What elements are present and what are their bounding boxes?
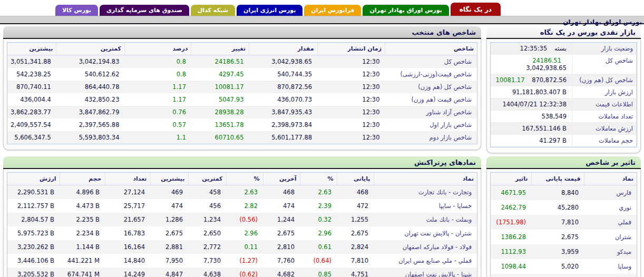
impact-row[interactable]: شتران 2,675 1386.28 [491,230,637,244]
column-header[interactable]: تغییر [191,43,249,55]
column-header[interactable]: کمترین [188,173,226,185]
trade-volume: 674.741 M [60,268,105,277]
trade-row[interactable]: فولاد - فولاد مباركه اصفهان 2,824 0.61 2… [7,240,477,254]
index-row[interactable]: شاخص کل (هم وزن) 12:30 870,872.56 10081.… [7,81,477,93]
column-header[interactable]: درصد [124,43,191,55]
index-value: 5,601,177.88 [249,131,317,144]
column-header[interactable]: حجم [60,173,105,185]
market-overview-list: وضعیت بازار 12:35:35 بسته شاخص کل 24186.… [490,42,637,147]
index-high: 3,051,341.88 [7,55,56,68]
impact-row[interactable]: وساپا 5,020 1098.44 [491,259,637,274]
column-header[interactable]: ارزش [7,173,60,185]
index-name: شاخص قیمت (هم وزن) [385,93,477,106]
market-tab[interactable]: در یک نگاه [451,3,501,16]
symbol-name: فملي - ملي صنایع مس ایران [374,254,477,268]
last-percent: (0.56) [226,213,263,226]
index-row[interactable]: شاخص قیمت (هم وزن) 12:30 436,070.73 5047… [7,93,477,106]
index-name: شاخص کل (هم وزن) [385,81,477,93]
trade-row[interactable]: وتجارت - بانك تجارت 468 2.63 468 2.63 45… [7,185,477,200]
index-value: 436,070.73 [249,93,317,106]
column-header[interactable]: نماد [374,173,477,185]
row-change: 24186.51 [532,57,561,64]
row-label: تعداد معاملات [572,111,637,123]
row-label: ارزش معاملات [572,123,637,135]
index-change: 28938.28 [191,106,249,118]
index-low: 540,612.62 [56,68,125,81]
index-row[interactable]: شاخص بازار اول 12:30 2,398,973.84 13651.… [7,118,477,131]
column-header[interactable]: شاخص [385,43,477,55]
market-tab[interactable]: بورس کالا [55,5,98,16]
trade-value: 2,804.57 B [7,213,60,226]
impact-row[interactable]: نوري 45,280 2462.79 [491,200,637,215]
index-row[interactable]: شاخص قیمت(وزنی-ارزشی) 12:30 540,744.35 4… [7,68,477,81]
publish-time: 12:30 [317,93,385,106]
row-main-value: 41.297 B [539,137,567,144]
market-overview-row: وضعیت بازار 12:35:35 بسته [491,43,637,55]
trade-volume: 441.221 M [60,254,105,268]
index-name: شاخص قیمت(وزنی-ارزشی) [385,68,477,81]
column-header[interactable]: پایانی [337,173,374,185]
trade-volume: 1.144 B [60,240,105,254]
row-label: حجم معاملات [572,135,637,147]
market-tab[interactable]: صندوق های سرمایه گذاری [100,5,189,16]
row-label: ارزش بازار [572,86,637,98]
column-header[interactable]: قیمت پایانی [531,173,584,185]
index-row[interactable]: شاخص کل 12:30 3,042,938.65 24186.51 0.8 … [7,55,477,68]
trade-row[interactable]: شتران - پالایش نفت تهران 2,675 2.96 2,67… [7,226,477,240]
column-header[interactable]: تاثیر [491,173,531,185]
row-main-value: 167,551.146 B [522,125,567,132]
column-header[interactable]: آخرین [263,173,300,185]
impact-row[interactable]: میدکو 3,959 1112.93 [491,244,637,259]
trade-value: 5,975.723 B [7,226,60,240]
trade-row[interactable]: شپنا - پالایش نفت اصفهان 4,751 0.85 4,68… [7,268,477,277]
column-header[interactable]: کمترین [56,43,125,55]
impact-value: 1085.68 [491,274,531,277]
index-row[interactable]: شاخص آزاد شناور 12:30 3,847,935.43 28938… [7,106,477,118]
row-value: 91,181,803.407 B [491,86,572,98]
index-row[interactable]: شاخص بازار دوم 12:30 5,601,177.88 60710.… [7,131,477,144]
panel-title: شاخص های منتخب [412,28,476,36]
impact-value: 1386.28 [491,230,531,244]
low-price: 2,772 [188,240,226,254]
index-percent: 0.8 [124,55,191,68]
trade-value: 2,290.531 B [7,185,60,200]
symbol-name: فملي [584,215,637,230]
impact-row[interactable]: کچاد 2,430 1085.68 [491,274,637,277]
row-main-value: 870,872.56 [532,76,567,84]
close-percent: 2.63 [300,185,337,200]
index-name: شاخص بازار اول [385,118,477,131]
index-change: 10081.17 [191,81,249,93]
trade-count: 27,124 [105,185,150,200]
symbol-name: شتران - پالایش نفت تهران [374,226,477,240]
market-tab[interactable]: فرابورس ایران [304,5,361,16]
impact-value: 1112.93 [491,244,531,259]
trade-row[interactable]: فملي - ملي صنایع مس ایران 7,810 (0.64) 7… [7,254,477,268]
column-header[interactable]: نماد [584,173,637,185]
market-tab[interactable]: بورس انرژی ایران [237,5,303,16]
column-header[interactable]: تعداد [105,173,150,185]
page-title-bar: بورس اوراق بهادار تهران [0,16,644,24]
column-header[interactable]: زمان انتشار [317,43,385,55]
index-percent: 0.57 [124,118,191,131]
trade-count: 21,657 [105,213,150,226]
market-tab[interactable]: بورس اوراق بهادار تهران [363,5,448,16]
symbol-name: خساپا - سایپا [374,199,477,213]
impact-row[interactable]: فارس 8,840 4671.95 [491,185,637,201]
market-overview-panel: بازار نقدی بورس در یک نگاه وضعیت بازار 1… [486,26,641,153]
column-header[interactable]: بیشترین [150,173,188,185]
column-header[interactable]: % [300,173,337,185]
column-header[interactable]: % [226,173,263,185]
close-price: 468 [337,185,374,200]
market-tab[interactable]: شبکه کدال [191,5,235,16]
column-header[interactable]: مقدار [249,43,317,55]
trade-row[interactable]: وبملت - بانك ملت 1,255 0.32 1,244 (0.56)… [7,213,477,226]
index-change: 5047.93 [191,93,249,106]
column-header[interactable]: بیشترین [7,43,56,55]
row-main-value: 1404/07/21 12:32:38 [502,101,567,108]
row-main-value: 3,042,938.65 [526,64,567,72]
last-percent: 2.96 [226,226,263,240]
impact-row[interactable]: فملي 7,810 (1751.98) [491,215,637,230]
publish-time: 12:30 [317,81,385,93]
trade-row[interactable]: خساپا - سایپا 472 2.39 474 2.82 456 474 … [7,199,477,213]
trade-volume: 2.234 B [60,226,105,240]
